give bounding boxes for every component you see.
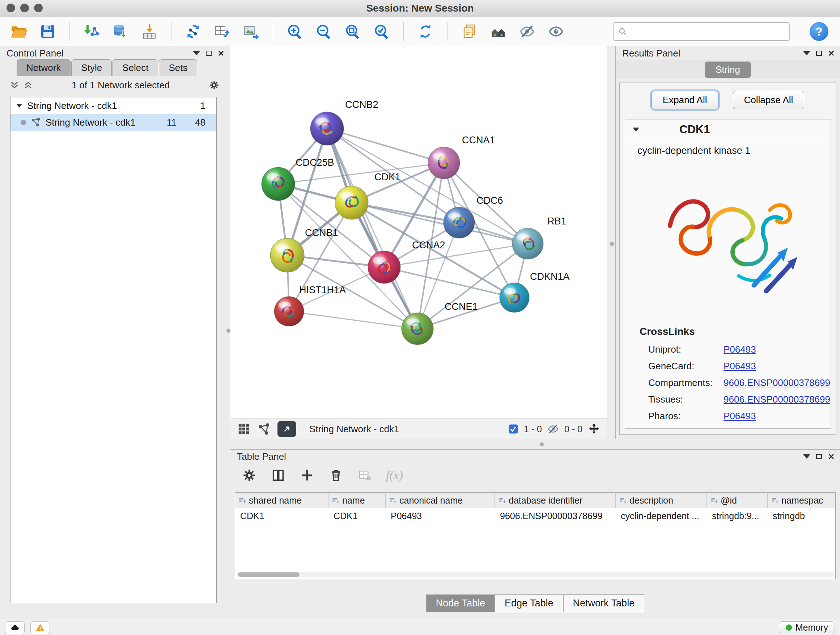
selected-checkbox-icon[interactable] bbox=[508, 424, 519, 434]
tab-select[interactable]: Select bbox=[112, 59, 158, 76]
collapse-panel-icon[interactable] bbox=[803, 51, 810, 55]
crosslink-value[interactable]: P06493 bbox=[723, 410, 756, 422]
help-button[interactable]: ? bbox=[810, 22, 829, 41]
network-graph[interactable]: CCNB2CCNA1CDC25BCDK1CDC6RB1CCNB1CCNA2CDK… bbox=[231, 46, 607, 418]
crosslink-value[interactable]: P06493 bbox=[723, 344, 756, 355]
select-columns-icon[interactable] bbox=[270, 467, 286, 483]
network-node-CCNE1[interactable] bbox=[401, 313, 433, 345]
table-settings-gear-icon[interactable] bbox=[241, 467, 257, 483]
column-header-canonical-name[interactable]: canonical name bbox=[386, 493, 495, 508]
crosslink-value[interactable]: P06493 bbox=[723, 361, 756, 372]
table-row[interactable]: CDK1CDK1P064939606.ENSP00000378699cyclin… bbox=[235, 508, 835, 524]
close-panel-icon[interactable] bbox=[828, 453, 835, 460]
scrollbar-thumb[interactable] bbox=[238, 572, 300, 577]
network-node-CCNB2[interactable] bbox=[310, 112, 344, 145]
hide-graphics-icon[interactable] bbox=[518, 22, 537, 41]
tab-sets[interactable]: Sets bbox=[159, 59, 197, 76]
grid-view-icon[interactable] bbox=[237, 422, 251, 436]
results-panel-title: Results Panel bbox=[622, 48, 680, 59]
network-view[interactable]: CCNB2CCNA1CDC25BCDK1CDC6RB1CCNB1CCNA2CDK… bbox=[231, 46, 607, 418]
new-network-icon[interactable] bbox=[184, 22, 202, 41]
float-panel-icon[interactable] bbox=[816, 454, 822, 459]
network-node-CCNA1[interactable] bbox=[428, 147, 460, 179]
network-edge[interactable] bbox=[384, 267, 515, 298]
network-edge[interactable] bbox=[327, 128, 417, 329]
delete-column-icon[interactable] bbox=[328, 467, 344, 483]
cloud-status-button[interactable] bbox=[5, 621, 25, 634]
column-header-database-identifier[interactable]: database identifier bbox=[495, 493, 616, 508]
tab-network-table[interactable]: Network Table bbox=[563, 594, 645, 612]
network-overview-icon[interactable] bbox=[489, 22, 508, 41]
horizontal-splitter-handle[interactable] bbox=[540, 442, 544, 447]
float-panel-icon[interactable] bbox=[206, 51, 212, 56]
column-header-shared-name[interactable]: shared name bbox=[235, 493, 328, 508]
table-horizontal-scrollbar[interactable] bbox=[237, 572, 834, 578]
collapse-all-icon[interactable] bbox=[10, 81, 19, 89]
add-column-icon[interactable] bbox=[299, 467, 315, 483]
new-table-icon[interactable] bbox=[213, 22, 232, 41]
network-node-HIST1H1A[interactable] bbox=[274, 296, 304, 326]
column-header-namespac[interactable]: namespac bbox=[767, 493, 836, 508]
collection-expand-icon[interactable] bbox=[16, 104, 22, 108]
collapse-panel-icon[interactable] bbox=[803, 454, 810, 459]
column-header--id[interactable]: @id bbox=[707, 493, 767, 508]
right-splitter-handle[interactable] bbox=[610, 242, 614, 246]
save-session-icon[interactable] bbox=[38, 22, 57, 41]
vertical-splitter-handle[interactable] bbox=[226, 329, 231, 333]
export-image-icon[interactable] bbox=[242, 22, 261, 41]
tab-string[interactable]: String bbox=[705, 62, 751, 78]
refresh-layout-icon[interactable] bbox=[416, 22, 435, 41]
float-panel-icon[interactable] bbox=[816, 51, 822, 56]
node-label-CDKN1A: CDKN1A bbox=[530, 271, 570, 282]
search-box[interactable] bbox=[613, 22, 790, 41]
tab-node-table[interactable]: Node Table bbox=[426, 594, 495, 612]
show-graphics-icon[interactable] bbox=[546, 22, 565, 41]
tab-network[interactable]: Network bbox=[17, 59, 71, 76]
tab-style[interactable]: Style bbox=[71, 59, 112, 76]
network-node-CDKN1A[interactable] bbox=[500, 283, 529, 312]
pan-move-icon[interactable] bbox=[587, 423, 600, 435]
close-panel-icon[interactable] bbox=[218, 50, 225, 57]
zoom-out-icon[interactable] bbox=[314, 22, 333, 41]
network-row[interactable]: String Network - cdk1 11 48 bbox=[11, 114, 216, 131]
protein-card-header[interactable]: CDK1 bbox=[625, 119, 831, 140]
column-header-description[interactable]: description bbox=[616, 493, 707, 508]
zoom-in-icon[interactable] bbox=[286, 22, 304, 41]
import-table-file-icon[interactable] bbox=[140, 22, 159, 41]
share-network-icon[interactable] bbox=[257, 422, 271, 436]
network-node-CCNB1[interactable] bbox=[270, 238, 304, 272]
crosslink-value[interactable]: 9606.ENSP00000378699 bbox=[723, 377, 830, 388]
import-network-database-icon[interactable] bbox=[111, 22, 130, 41]
zoom-fit-icon[interactable] bbox=[343, 22, 362, 41]
network-node-RB1[interactable] bbox=[512, 228, 543, 259]
network-node-CDC6[interactable] bbox=[444, 207, 475, 238]
network-node-CDK1[interactable] bbox=[335, 186, 368, 219]
search-input[interactable] bbox=[631, 26, 785, 38]
import-network-file-icon[interactable] bbox=[82, 22, 101, 41]
collapse-card-icon[interactable] bbox=[633, 128, 639, 132]
collapse-panel-icon[interactable] bbox=[193, 51, 200, 55]
network-edge[interactable] bbox=[289, 311, 417, 329]
gear-icon[interactable] bbox=[209, 80, 219, 90]
collapse-all-button[interactable]: Collapse All bbox=[733, 91, 805, 109]
birds-eye-view-button[interactable] bbox=[278, 421, 296, 437]
warnings-button[interactable] bbox=[30, 621, 50, 634]
tab-edge-table[interactable]: Edge Table bbox=[495, 594, 563, 612]
memory-button[interactable]: Memory bbox=[779, 621, 835, 634]
annotations-icon[interactable] bbox=[460, 22, 478, 41]
network-edge[interactable] bbox=[327, 128, 444, 163]
crosslink-value[interactable]: 9606.ENSP00000378699 bbox=[723, 394, 830, 405]
close-panel-icon[interactable] bbox=[828, 50, 835, 57]
zoom-selected-icon[interactable] bbox=[372, 22, 391, 41]
network-node-CDC25B[interactable] bbox=[262, 167, 295, 201]
column-header-name[interactable]: name bbox=[328, 493, 386, 508]
expand-all-button[interactable]: Expand All bbox=[652, 91, 718, 109]
hidden-eye-icon[interactable] bbox=[547, 423, 559, 435]
network-node-CCNA2[interactable] bbox=[368, 251, 401, 283]
open-session-icon[interactable] bbox=[9, 22, 28, 41]
status-bar: Memory bbox=[0, 620, 840, 635]
network-collection-row[interactable]: String Network - cdk1 1 bbox=[11, 97, 216, 114]
expand-all-icon[interactable] bbox=[24, 81, 33, 89]
network-edge[interactable] bbox=[327, 128, 528, 244]
control-panel-title: Control Panel bbox=[6, 48, 64, 59]
